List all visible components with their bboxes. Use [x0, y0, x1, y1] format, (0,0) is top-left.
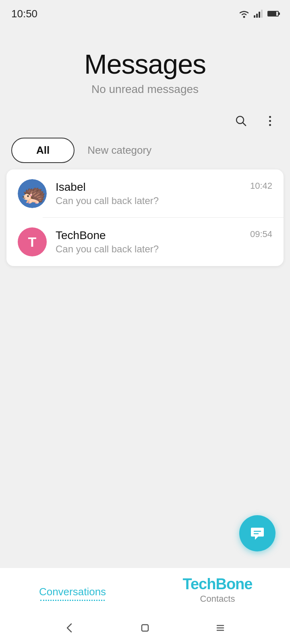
system-navigation — [0, 612, 290, 644]
conversations-list: Isabel Can you call back later? 10:42 T … — [6, 169, 284, 266]
svg-line-6 — [243, 123, 246, 126]
category-tabs: All New category — [0, 138, 290, 163]
contact-name-techbone: TechBone — [56, 229, 250, 242]
contact-name-isabel: Isabel — [56, 181, 250, 194]
svg-rect-4 — [261, 10, 263, 18]
svg-rect-9 — [142, 625, 148, 631]
header-section: Messages No unread messages — [0, 24, 290, 112]
battery-icon — [267, 11, 279, 17]
avatar-isabel — [18, 179, 47, 208]
search-button[interactable] — [232, 112, 250, 130]
message-preview-techbone: Can you call back later? — [56, 244, 250, 255]
svg-rect-2 — [256, 14, 258, 18]
svg-point-0 — [243, 16, 245, 18]
back-icon — [64, 622, 75, 634]
avatar-techbone: T — [18, 227, 47, 256]
svg-rect-1 — [254, 15, 255, 18]
app-subtitle: No unread messages — [91, 83, 199, 96]
sonic-image — [18, 179, 47, 208]
status-bar: 10:50 — [0, 0, 290, 24]
app-title: Messages — [84, 48, 206, 80]
dot — [269, 124, 271, 126]
home-button[interactable] — [139, 622, 151, 634]
dot — [269, 116, 271, 118]
search-icon — [235, 115, 247, 127]
status-time: 10:50 — [11, 8, 37, 20]
conversation-item-isabel[interactable]: Isabel Can you call back later? 10:42 — [6, 169, 284, 218]
nav-conversations[interactable]: Conversations — [0, 568, 145, 612]
conversations-nav-label: Conversations — [39, 586, 106, 598]
toolbar — [0, 112, 290, 130]
contacts-nav-label: Contacts — [200, 594, 235, 604]
chat-bubble-icon — [249, 524, 266, 542]
signal-icon — [254, 10, 263, 18]
more-options-button[interactable] — [261, 112, 279, 130]
brand-title: TechBone — [183, 576, 253, 593]
home-icon — [139, 622, 151, 634]
status-icons — [238, 9, 279, 18]
conversation-content-techbone: TechBone Can you call back later? — [56, 229, 250, 255]
avatar-letter: T — [28, 234, 37, 250]
conversation-item-techbone[interactable]: T TechBone Can you call back later? 09:5… — [6, 218, 284, 266]
recent-button[interactable] — [215, 622, 226, 634]
wifi-icon — [238, 9, 250, 18]
conversation-content-isabel: Isabel Can you call back later? — [56, 181, 250, 206]
tab-all[interactable]: All — [11, 138, 75, 163]
new-message-fab[interactable] — [239, 515, 276, 551]
back-button[interactable] — [64, 622, 75, 634]
bottom-navigation: Conversations TechBone Contacts — [0, 568, 290, 612]
message-time-isabel: 10:42 — [250, 181, 272, 191]
recent-icon — [215, 622, 226, 634]
nav-techbone-brand[interactable]: TechBone Contacts — [145, 568, 290, 612]
message-preview-isabel: Can you call back later? — [56, 195, 250, 206]
conversations-underline — [40, 600, 105, 601]
dot — [269, 120, 271, 122]
message-time-techbone: 09:54 — [250, 229, 272, 239]
svg-rect-3 — [259, 12, 260, 18]
tab-new-category[interactable]: New category — [75, 138, 164, 162]
